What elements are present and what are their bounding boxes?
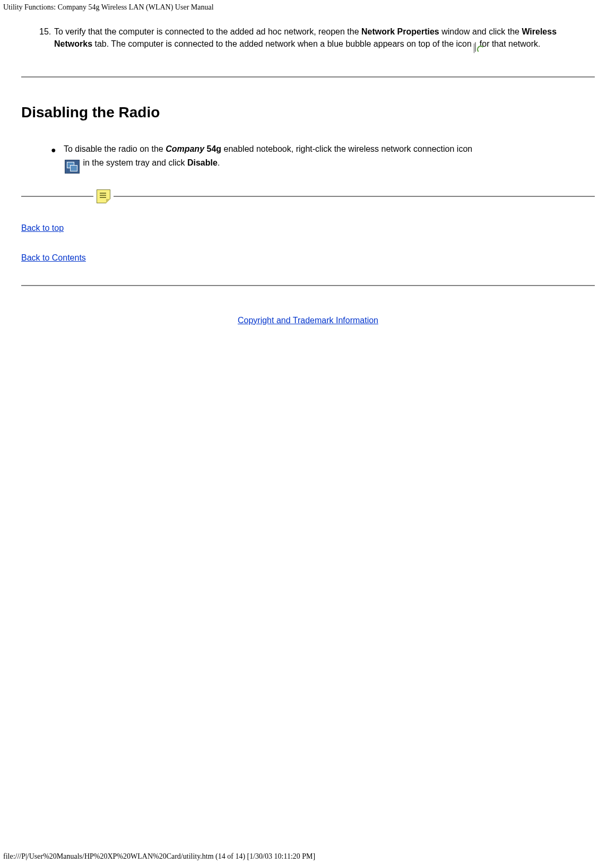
- list-number: 15.: [39, 25, 54, 53]
- page-header-title: Utility Functions: Company 54g Wireless …: [0, 0, 616, 12]
- bullet-dot: ●: [51, 142, 64, 173]
- back-to-contents-link[interactable]: Back to Contents: [21, 253, 86, 263]
- bullet-item: ● To disable the radio on the Company 54…: [51, 142, 595, 173]
- bold-text: Disable: [187, 158, 218, 167]
- text-segment: .: [218, 158, 220, 167]
- bold-text: Network Properties: [361, 27, 439, 36]
- footer-path: file:///P|/User%20Manuals/HP%20XP%20WLAN…: [3, 852, 315, 861]
- italic-bold-text: Company: [166, 144, 204, 153]
- note-divider-row: [21, 189, 595, 203]
- section-heading: Disabling the Radio: [21, 104, 595, 121]
- text-segment: To verify that the computer is connected…: [54, 27, 361, 36]
- list-item-15: 15. To verify that the computer is conne…: [39, 25, 595, 53]
- signal-icon: [474, 41, 477, 53]
- bullet-text: To disable the radio on the Company 54g …: [64, 142, 472, 173]
- divider-segment: [21, 196, 93, 197]
- list-text: To verify that the computer is connected…: [54, 25, 595, 53]
- network-connection-icon: [64, 159, 81, 174]
- bold-text: 54g: [204, 144, 221, 153]
- copyright-link[interactable]: Copyright and Trademark Information: [238, 316, 378, 325]
- text-segment: enabled notebook, right-click the wirele…: [221, 144, 472, 153]
- text-segment: in the system tray and click: [81, 158, 187, 167]
- text-segment: tab. The computer is connected to the ad…: [92, 39, 474, 48]
- back-to-top-link[interactable]: Back to top: [21, 223, 64, 233]
- text-segment: window and click the: [439, 27, 522, 36]
- divider: [21, 285, 595, 286]
- divider: [21, 76, 595, 77]
- note-icon: [93, 189, 114, 203]
- divider-segment: [114, 196, 595, 197]
- text-segment: To disable the radio on the: [64, 144, 166, 153]
- text-segment: for that network.: [477, 39, 540, 48]
